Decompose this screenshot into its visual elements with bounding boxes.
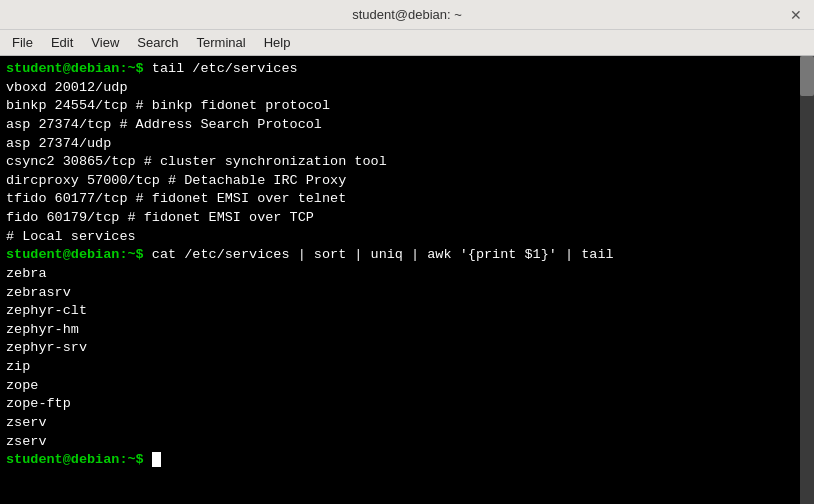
output-text: csync2 30865/tcp # cluster synchronizati…	[6, 154, 387, 169]
prompt: student@debian:~$	[6, 247, 152, 262]
terminal-line: student@debian:~$ tail /etc/services	[6, 60, 808, 79]
terminal-line: dircproxy 57000/tcp # Detachable IRC Pro…	[6, 172, 808, 191]
cursor	[152, 452, 161, 467]
terminal-line: student@debian:~$	[6, 451, 808, 470]
terminal-line: zserv	[6, 433, 808, 452]
output-text: zebrasrv	[6, 285, 71, 300]
terminal-line: # Local services	[6, 228, 808, 247]
menu-item-file[interactable]: File	[4, 33, 41, 52]
terminal-line: zephyr-clt	[6, 302, 808, 321]
output-text: zope	[6, 378, 38, 393]
output-text: asp 27374/tcp # Address Search Protocol	[6, 117, 322, 132]
output-text: zephyr-clt	[6, 303, 87, 318]
terminal[interactable]: student@debian:~$ tail /etc/servicesvbox…	[0, 56, 814, 504]
prompt: student@debian:~$	[6, 61, 152, 76]
terminal-line: zip	[6, 358, 808, 377]
output-text: asp 27374/udp	[6, 136, 111, 151]
close-button[interactable]: ✕	[786, 7, 806, 23]
output-text: # Local services	[6, 229, 136, 244]
menu-bar: FileEditViewSearchTerminalHelp	[0, 30, 814, 56]
terminal-line: binkp 24554/tcp # binkp fidonet protocol	[6, 97, 808, 116]
command: cat /etc/services | sort | uniq | awk '{…	[152, 247, 614, 262]
terminal-line: csync2 30865/tcp # cluster synchronizati…	[6, 153, 808, 172]
menu-item-search[interactable]: Search	[129, 33, 186, 52]
output-text: zebra	[6, 266, 47, 281]
window-title: student@debian: ~	[352, 7, 462, 22]
output-text: binkp 24554/tcp # binkp fidonet protocol	[6, 98, 330, 113]
output-text: zip	[6, 359, 30, 374]
terminal-line: zebra	[6, 265, 808, 284]
terminal-line: fido 60179/tcp # fidonet EMSI over TCP	[6, 209, 808, 228]
title-bar: student@debian: ~ ✕	[0, 0, 814, 30]
terminal-line: zephyr-srv	[6, 339, 808, 358]
output-text: vboxd 20012/udp	[6, 80, 128, 95]
terminal-line: zope-ftp	[6, 395, 808, 414]
output-text: zserv	[6, 415, 47, 430]
output-text: dircproxy 57000/tcp # Detachable IRC Pro…	[6, 173, 346, 188]
scrollbar-thumb[interactable]	[800, 56, 814, 96]
output-text: zephyr-srv	[6, 340, 87, 355]
terminal-line: zserv	[6, 414, 808, 433]
terminal-line: zope	[6, 377, 808, 396]
output-text: zserv	[6, 434, 47, 449]
terminal-line: vboxd 20012/udp	[6, 79, 808, 98]
output-text: fido 60179/tcp # fidonet EMSI over TCP	[6, 210, 314, 225]
terminal-line: asp 27374/tcp # Address Search Protocol	[6, 116, 808, 135]
menu-item-view[interactable]: View	[83, 33, 127, 52]
terminal-line: student@debian:~$ cat /etc/services | so…	[6, 246, 808, 265]
terminal-line: zephyr-hm	[6, 321, 808, 340]
prompt: student@debian:~$	[6, 452, 152, 467]
menu-item-edit[interactable]: Edit	[43, 33, 81, 52]
output-text: zope-ftp	[6, 396, 71, 411]
terminal-line: zebrasrv	[6, 284, 808, 303]
output-text: tfido 60177/tcp # fidonet EMSI over teln…	[6, 191, 346, 206]
command: tail /etc/services	[152, 61, 298, 76]
menu-item-help[interactable]: Help	[256, 33, 299, 52]
output-text: zephyr-hm	[6, 322, 79, 337]
terminal-line: tfido 60177/tcp # fidonet EMSI over teln…	[6, 190, 808, 209]
terminal-line: asp 27374/udp	[6, 135, 808, 154]
scrollbar[interactable]	[800, 56, 814, 504]
menu-item-terminal[interactable]: Terminal	[189, 33, 254, 52]
